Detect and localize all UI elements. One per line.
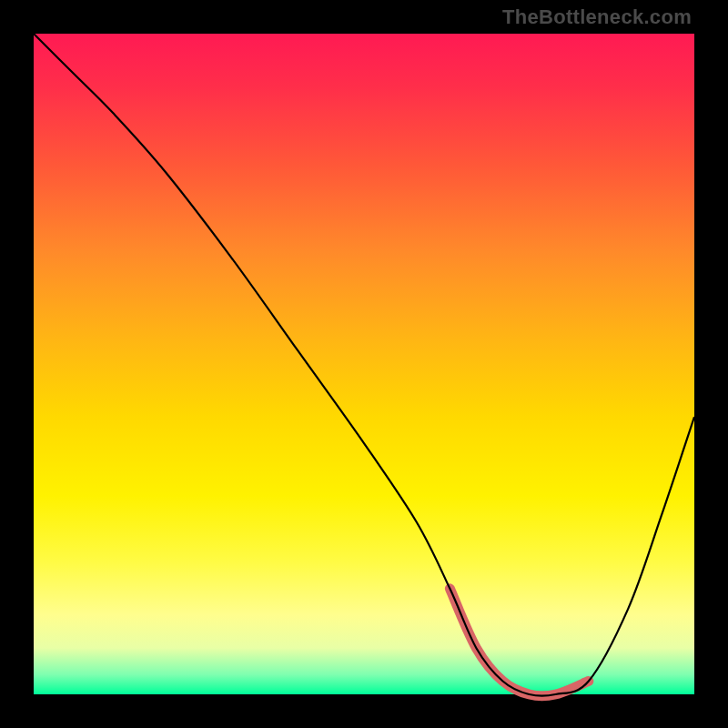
- trough-marker: [450, 589, 588, 696]
- watermark-text: TheBottleneck.com: [502, 5, 692, 29]
- curve-line: [34, 34, 694, 696]
- chart-frame: TheBottleneck.com: [0, 0, 728, 728]
- bottleneck-curve: [34, 34, 694, 694]
- plot-area: [34, 34, 694, 694]
